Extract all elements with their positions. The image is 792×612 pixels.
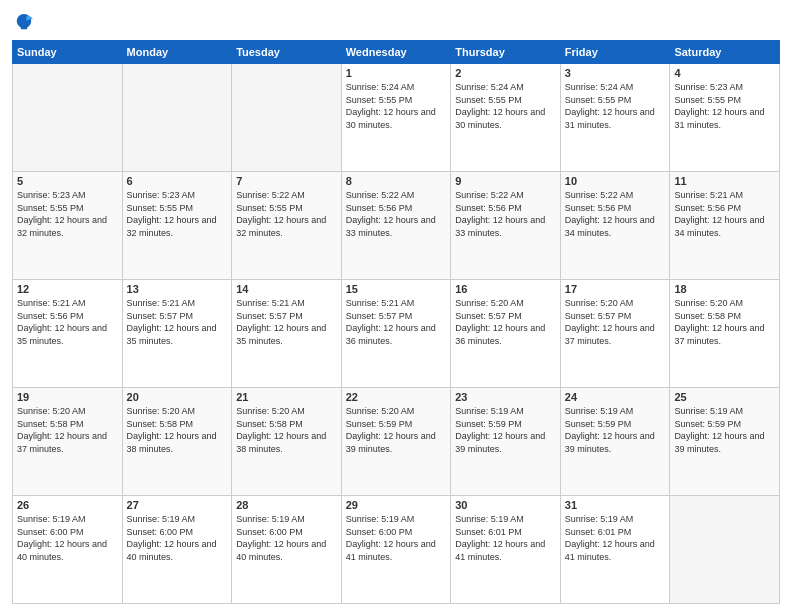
day-cell: 6Sunrise: 5:23 AMSunset: 5:55 PMDaylight… xyxy=(122,172,232,280)
day-number: 24 xyxy=(565,391,666,403)
day-number: 12 xyxy=(17,283,118,295)
weekday-header-sunday: Sunday xyxy=(13,41,123,64)
day-number: 30 xyxy=(455,499,556,511)
day-number: 13 xyxy=(127,283,228,295)
day-info: Sunrise: 5:19 AMSunset: 6:01 PMDaylight:… xyxy=(565,513,666,563)
day-number: 16 xyxy=(455,283,556,295)
calendar-week-row: 5Sunrise: 5:23 AMSunset: 5:55 PMDaylight… xyxy=(13,172,780,280)
calendar-week-row: 12Sunrise: 5:21 AMSunset: 5:56 PMDayligh… xyxy=(13,280,780,388)
day-number: 14 xyxy=(236,283,337,295)
day-cell: 26Sunrise: 5:19 AMSunset: 6:00 PMDayligh… xyxy=(13,496,123,604)
day-number: 27 xyxy=(127,499,228,511)
day-number: 28 xyxy=(236,499,337,511)
day-number: 7 xyxy=(236,175,337,187)
weekday-header-friday: Friday xyxy=(560,41,670,64)
day-cell: 11Sunrise: 5:21 AMSunset: 5:56 PMDayligh… xyxy=(670,172,780,280)
empty-cell xyxy=(232,64,342,172)
day-number: 8 xyxy=(346,175,447,187)
day-info: Sunrise: 5:19 AMSunset: 5:59 PMDaylight:… xyxy=(565,405,666,455)
day-info: Sunrise: 5:19 AMSunset: 5:59 PMDaylight:… xyxy=(674,405,775,455)
day-info: Sunrise: 5:19 AMSunset: 6:01 PMDaylight:… xyxy=(455,513,556,563)
day-number: 31 xyxy=(565,499,666,511)
logo xyxy=(12,10,40,34)
day-cell: 10Sunrise: 5:22 AMSunset: 5:56 PMDayligh… xyxy=(560,172,670,280)
day-number: 5 xyxy=(17,175,118,187)
day-number: 9 xyxy=(455,175,556,187)
weekday-header-tuesday: Tuesday xyxy=(232,41,342,64)
day-number: 10 xyxy=(565,175,666,187)
day-info: Sunrise: 5:20 AMSunset: 5:58 PMDaylight:… xyxy=(127,405,228,455)
day-cell: 5Sunrise: 5:23 AMSunset: 5:55 PMDaylight… xyxy=(13,172,123,280)
day-number: 11 xyxy=(674,175,775,187)
day-info: Sunrise: 5:23 AMSunset: 5:55 PMDaylight:… xyxy=(674,81,775,131)
day-cell: 25Sunrise: 5:19 AMSunset: 5:59 PMDayligh… xyxy=(670,388,780,496)
day-info: Sunrise: 5:22 AMSunset: 5:55 PMDaylight:… xyxy=(236,189,337,239)
day-number: 2 xyxy=(455,67,556,79)
day-cell: 1Sunrise: 5:24 AMSunset: 5:55 PMDaylight… xyxy=(341,64,451,172)
day-number: 26 xyxy=(17,499,118,511)
day-cell: 28Sunrise: 5:19 AMSunset: 6:00 PMDayligh… xyxy=(232,496,342,604)
calendar-header-row: SundayMondayTuesdayWednesdayThursdayFrid… xyxy=(13,41,780,64)
day-info: Sunrise: 5:19 AMSunset: 5:59 PMDaylight:… xyxy=(455,405,556,455)
logo-icon xyxy=(12,10,36,34)
day-cell: 27Sunrise: 5:19 AMSunset: 6:00 PMDayligh… xyxy=(122,496,232,604)
day-info: Sunrise: 5:24 AMSunset: 5:55 PMDaylight:… xyxy=(455,81,556,131)
day-info: Sunrise: 5:20 AMSunset: 5:58 PMDaylight:… xyxy=(674,297,775,347)
day-number: 29 xyxy=(346,499,447,511)
day-cell: 24Sunrise: 5:19 AMSunset: 5:59 PMDayligh… xyxy=(560,388,670,496)
day-info: Sunrise: 5:21 AMSunset: 5:56 PMDaylight:… xyxy=(674,189,775,239)
day-number: 15 xyxy=(346,283,447,295)
day-number: 21 xyxy=(236,391,337,403)
empty-cell xyxy=(13,64,123,172)
empty-cell xyxy=(122,64,232,172)
weekday-header-wednesday: Wednesday xyxy=(341,41,451,64)
calendar-week-row: 19Sunrise: 5:20 AMSunset: 5:58 PMDayligh… xyxy=(13,388,780,496)
day-cell: 19Sunrise: 5:20 AMSunset: 5:58 PMDayligh… xyxy=(13,388,123,496)
day-info: Sunrise: 5:21 AMSunset: 5:57 PMDaylight:… xyxy=(236,297,337,347)
day-cell: 15Sunrise: 5:21 AMSunset: 5:57 PMDayligh… xyxy=(341,280,451,388)
day-info: Sunrise: 5:21 AMSunset: 5:57 PMDaylight:… xyxy=(346,297,447,347)
day-cell: 14Sunrise: 5:21 AMSunset: 5:57 PMDayligh… xyxy=(232,280,342,388)
day-cell: 3Sunrise: 5:24 AMSunset: 5:55 PMDaylight… xyxy=(560,64,670,172)
day-number: 20 xyxy=(127,391,228,403)
day-cell: 23Sunrise: 5:19 AMSunset: 5:59 PMDayligh… xyxy=(451,388,561,496)
day-cell: 30Sunrise: 5:19 AMSunset: 6:01 PMDayligh… xyxy=(451,496,561,604)
header xyxy=(12,10,780,34)
day-info: Sunrise: 5:24 AMSunset: 5:55 PMDaylight:… xyxy=(565,81,666,131)
day-info: Sunrise: 5:20 AMSunset: 5:59 PMDaylight:… xyxy=(346,405,447,455)
day-info: Sunrise: 5:19 AMSunset: 6:00 PMDaylight:… xyxy=(127,513,228,563)
day-number: 6 xyxy=(127,175,228,187)
day-cell: 7Sunrise: 5:22 AMSunset: 5:55 PMDaylight… xyxy=(232,172,342,280)
day-cell: 17Sunrise: 5:20 AMSunset: 5:57 PMDayligh… xyxy=(560,280,670,388)
day-info: Sunrise: 5:21 AMSunset: 5:56 PMDaylight:… xyxy=(17,297,118,347)
day-info: Sunrise: 5:20 AMSunset: 5:58 PMDaylight:… xyxy=(236,405,337,455)
page: SundayMondayTuesdayWednesdayThursdayFrid… xyxy=(0,0,792,612)
day-cell: 29Sunrise: 5:19 AMSunset: 6:00 PMDayligh… xyxy=(341,496,451,604)
day-number: 18 xyxy=(674,283,775,295)
day-number: 19 xyxy=(17,391,118,403)
day-cell: 4Sunrise: 5:23 AMSunset: 5:55 PMDaylight… xyxy=(670,64,780,172)
weekday-header-monday: Monday xyxy=(122,41,232,64)
weekday-header-saturday: Saturday xyxy=(670,41,780,64)
day-info: Sunrise: 5:23 AMSunset: 5:55 PMDaylight:… xyxy=(17,189,118,239)
day-info: Sunrise: 5:24 AMSunset: 5:55 PMDaylight:… xyxy=(346,81,447,131)
day-number: 22 xyxy=(346,391,447,403)
day-info: Sunrise: 5:22 AMSunset: 5:56 PMDaylight:… xyxy=(565,189,666,239)
day-number: 4 xyxy=(674,67,775,79)
day-cell: 31Sunrise: 5:19 AMSunset: 6:01 PMDayligh… xyxy=(560,496,670,604)
empty-cell xyxy=(670,496,780,604)
weekday-header-thursday: Thursday xyxy=(451,41,561,64)
day-cell: 8Sunrise: 5:22 AMSunset: 5:56 PMDaylight… xyxy=(341,172,451,280)
day-info: Sunrise: 5:19 AMSunset: 6:00 PMDaylight:… xyxy=(17,513,118,563)
day-cell: 22Sunrise: 5:20 AMSunset: 5:59 PMDayligh… xyxy=(341,388,451,496)
day-cell: 9Sunrise: 5:22 AMSunset: 5:56 PMDaylight… xyxy=(451,172,561,280)
day-info: Sunrise: 5:20 AMSunset: 5:58 PMDaylight:… xyxy=(17,405,118,455)
day-info: Sunrise: 5:23 AMSunset: 5:55 PMDaylight:… xyxy=(127,189,228,239)
day-number: 17 xyxy=(565,283,666,295)
day-cell: 13Sunrise: 5:21 AMSunset: 5:57 PMDayligh… xyxy=(122,280,232,388)
calendar-table: SundayMondayTuesdayWednesdayThursdayFrid… xyxy=(12,40,780,604)
calendar-week-row: 26Sunrise: 5:19 AMSunset: 6:00 PMDayligh… xyxy=(13,496,780,604)
day-number: 25 xyxy=(674,391,775,403)
day-info: Sunrise: 5:21 AMSunset: 5:57 PMDaylight:… xyxy=(127,297,228,347)
day-info: Sunrise: 5:22 AMSunset: 5:56 PMDaylight:… xyxy=(455,189,556,239)
